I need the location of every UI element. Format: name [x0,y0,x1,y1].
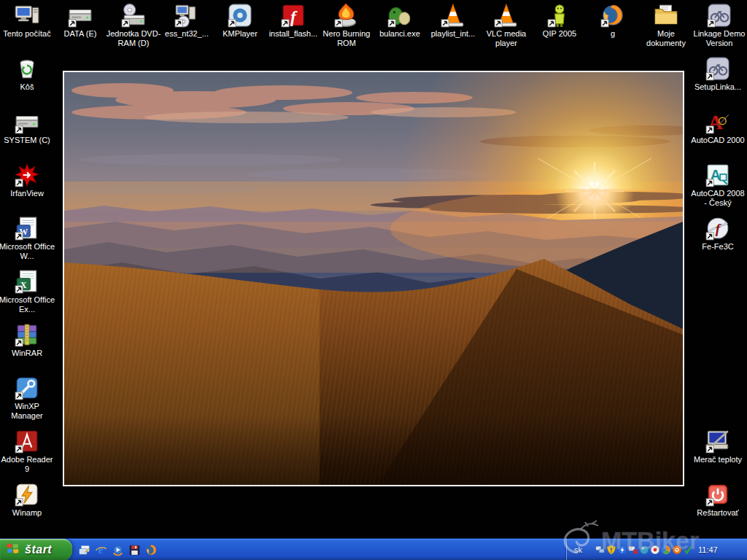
desktop-icon-vlc-media-player[interactable]: VLC media player [480,3,533,47]
desktop-icon-label: Jednotka DVD-RAM (D) [105,29,162,47]
desktop-icon-label: Kôš [0,82,55,92]
flash-icon: f [281,3,306,28]
desktop-icon-label: WinXP Manager [0,402,55,420]
quick-launch-media-player-icon[interactable] [112,544,124,556]
desktop-icon-playlist-int[interactable]: playlist_int... [427,3,479,39]
desktop-icon-label: SYSTEM (C) [0,136,55,145]
my-documents-icon [654,3,678,28]
desktop-icon-label: KMPlayer [212,29,268,39]
irfanview-icon [15,163,39,187]
desktop-icon-label: QIP 2005 [531,29,588,39]
desktop-icon-qip-2005[interactable]: QIP 2005 [533,3,586,39]
desktop-icon-microsoft-office-ex[interactable]: XMicrosoft Office Ex... [1,269,53,314]
desktop-icon-label: install_flash... [265,29,322,39]
tray-update-check-icon[interactable] [683,545,693,555]
tray-orange-ball-icon[interactable] [672,545,682,555]
tray-security-alert-icon[interactable] [606,545,616,555]
desktop-icon-data-e[interactable]: DATA (E) [54,3,107,39]
desktop-icon-mera-teploty[interactable]: Merač teploty [692,429,744,464]
desktop-icon-install-flash[interactable]: finstall_flash... [267,3,320,39]
desktop-icon-label: Nero Burning ROM [318,29,375,47]
restart-icon [705,482,730,507]
my-computer-icon [15,3,39,28]
desktop-icon-autocad-2000[interactable]: AAutoCAD 2000 [692,109,744,145]
desktop-icon-nero-burning-rom[interactable]: Nero Burning ROM [320,3,373,47]
excel-icon: X [15,269,39,294]
desktop-icon-setuplinka[interactable]: SetupLinka... [692,56,744,92]
quick-launch-firefox-icon[interactable] [145,544,158,556]
desktop-icon-label: DATA (E) [52,29,109,39]
flash-disc-icon: f [705,216,730,241]
quick-launch-file-manager-disk-icon[interactable] [128,544,141,556]
desktop-icon-bulanci-exe[interactable]: bulanci.exe [374,3,426,39]
desktop-icon-kmplayer[interactable]: KMPlayer [214,3,266,39]
vlc-cone-icon [494,3,519,28]
desktop-icon-irfanview[interactable]: IrfanView [1,163,53,198]
firefox-icon [600,3,625,28]
desktop-icon-winxp-manager[interactable]: WinXP Manager [1,376,53,420]
quick-launch-internet-explorer-icon[interactable]: e [95,544,107,556]
desktop-icon-label: WinRAR [0,349,55,358]
tray-messenger-status-icon[interactable] [639,545,649,555]
windows-logo-icon [7,542,21,558]
adobe-reader-icon [15,429,39,454]
tray-power-bolt-icon[interactable] [617,545,627,555]
desktop-icon-fe-fe3c[interactable]: fFe-Fe3C [692,216,744,252]
wallpaper-photo [63,71,684,486]
tray-icon-area [595,545,693,555]
start-button-label: štart [25,543,52,556]
desktop-icon-g[interactable]: g [587,3,639,39]
desktop-icon-label: Linkage Demo Version [691,29,747,47]
drive-icon [15,109,39,134]
desktop-icon-k[interactable]: Kôš [1,56,53,92]
desktop-icon-winrar[interactable]: WinRAR [1,322,53,358]
tray-display-settings-icon[interactable] [595,545,605,555]
desktop-icon-system-c[interactable]: SYSTEM (C) [1,109,53,145]
quick-launch-show-desktop-icon[interactable] [78,544,90,556]
linkage-icon [707,3,732,28]
desktop-icon-autocad-2008-esk[interactable]: AAutoCAD 2008 - Český [692,163,744,207]
desktop-icon-label: SetupLinka... [689,82,746,92]
desktop-icon-label: Adobe Reader 9 [0,455,55,473]
desktop-icon-ess-nt32[interactable]: ess_nt32_... [160,3,213,39]
desktop-icon-tento-po-ta[interactable]: Tento počítač [1,3,53,39]
tray-recording-status-icon[interactable] [650,545,660,555]
installer-icon [174,3,199,28]
desktop-icon-label: Tento počítač [0,29,55,39]
quick-launch-bar: e [78,539,158,560]
dvd-drive-icon [121,3,146,28]
desktop-icon-adobe-reader-9[interactable]: Adobe Reader 9 [1,429,53,473]
nero-icon [334,3,359,28]
desktop-icon-re-tartova[interactable]: Reštartovať [692,482,744,518]
desktop-icon-winamp[interactable]: Winamp [1,482,53,518]
taskbar-clock[interactable]: 11:47 [698,545,718,554]
desktop-icon-label: playlist_int... [425,29,481,39]
winrar-icon [15,322,39,347]
desktop-icon-label: Fe-Fe3C [689,242,746,252]
desktop-icon-label: IrfanView [0,189,55,198]
drive-icon [68,3,93,28]
desktop: Tento počítačDATA (E)Jednotka DVD-RAM (D… [0,0,747,560]
temperature-meter-icon [705,429,730,454]
desktop-icon-label: Merač teploty [689,455,746,464]
tray-connection-error-icon[interactable] [628,545,638,555]
vlc-cone-icon [441,3,465,28]
desktop-icon-label: Moje dokumenty [638,29,694,47]
start-button[interactable]: štart [0,539,72,560]
system-tray: sk 11:47 [566,539,747,560]
language-indicator[interactable]: sk [574,545,582,554]
desktop-icon-moje-dokumenty[interactable]: Moje dokumenty [640,3,692,47]
desktop-icon-label: ess_nt32_... [158,29,215,39]
desktop-icon-jednotka-dvd-ram-d[interactable]: Jednotka DVD-RAM (D) [107,3,160,47]
desktop-icon-label: g [584,29,641,39]
desktop-icon-label: AutoCAD 2000 [689,136,746,145]
winamp-icon [15,482,39,507]
word-icon: W [15,216,39,241]
desktop-icon-microsoft-office-w[interactable]: WMicrosoft Office W... [1,216,53,260]
tray-color-wheel-icon[interactable] [661,545,671,555]
svg-text:e: e [98,545,103,556]
desktop-icon-linkage-demo-version[interactable]: Linkage Demo Version [693,3,746,47]
taskbar: štart e sk 11:47 [0,538,747,560]
desktop-icon-label: Reštartovať [689,508,746,518]
winxp-manager-icon [15,376,39,400]
